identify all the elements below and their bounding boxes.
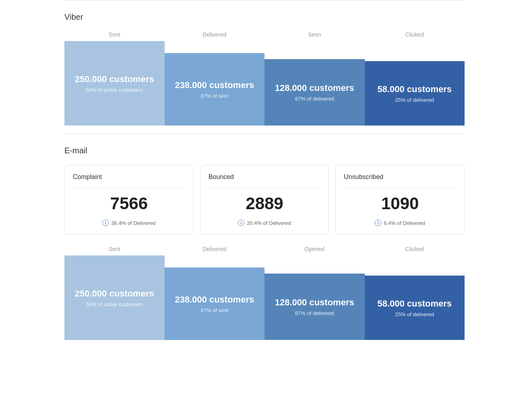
viber-bar-sent: 250.000 customers 50% of active customer… xyxy=(64,41,165,126)
viber-delivered-value: 238.000 customers xyxy=(175,80,254,91)
viber-bar-clicked: 58.000 customers 25% of delivered xyxy=(365,61,465,126)
email-opened-pct: 87% of delivered xyxy=(295,310,334,316)
viber-labels: Sent Delivered Seen Clicked xyxy=(64,31,465,38)
email-section: E-mail Complaint 7566 i 36.4% of Deliver… xyxy=(64,134,465,348)
bounced-info-icon: i xyxy=(238,220,244,226)
viber-bar-delivered: 238.000 customers 87% of sent xyxy=(165,53,265,126)
email-delivered-value: 238.000 customers xyxy=(175,294,254,305)
complaint-value: 7566 xyxy=(73,194,185,213)
complaint-card-title: Complaint xyxy=(73,173,185,181)
unsubscribed-pct: i 6.4% of Delivered xyxy=(344,220,456,226)
email-label-opened: Opened xyxy=(264,246,365,252)
email-funnel: 250.000 customers 50% of active customer… xyxy=(64,255,465,340)
viber-sent-value: 250.000 customers xyxy=(75,74,154,84)
email-bar-sent: 250.000 customers 50% of active customer… xyxy=(64,255,165,340)
unsubscribed-card: Unsubscribed 1090 i 6.4% of Delivered xyxy=(335,165,465,235)
bounced-pct-label: 20.4% of Delivered xyxy=(247,220,291,226)
viber-label-seen: Seen xyxy=(264,31,365,38)
email-sent-pct: 50% of active customers xyxy=(86,301,143,307)
bounced-pct: i 20.4% of Delivered xyxy=(209,220,321,226)
bounced-card: Bounced 2889 i 20.4% of Delivered xyxy=(200,165,329,235)
email-delivered-pct: 87% of sent xyxy=(200,307,228,313)
unsubscribed-info-icon: i xyxy=(375,220,381,226)
viber-bar-seen: 128.000 customers 87% of delivered xyxy=(264,59,365,126)
viber-delivered-pct: 87% of sent xyxy=(200,93,228,99)
bounced-card-title: Bounced xyxy=(209,173,321,181)
email-bar-clicked: 58.000 customers 25% of delivered xyxy=(365,276,465,340)
viber-funnel: 250.000 customers 50% of active customer… xyxy=(64,41,465,126)
email-clicked-value: 58.000 customers xyxy=(377,299,452,309)
viber-sent-pct: 50% of active customers xyxy=(86,87,143,93)
email-bar-delivered: 238.000 customers 87% of sent xyxy=(165,268,265,340)
viber-seen-pct: 87% of delivered xyxy=(295,96,334,102)
viber-seen-value: 128.000 customers xyxy=(275,83,354,93)
bounced-divider xyxy=(209,187,321,187)
complaint-info-icon: i xyxy=(102,220,109,226)
email-cards-container: Complaint 7566 i 36.4% of Delivered Boun… xyxy=(64,165,465,235)
unsubscribed-card-title: Unsubscribed xyxy=(344,173,456,181)
viber-label-sent: Sent xyxy=(64,31,165,38)
email-label-sent: Sent xyxy=(64,246,165,252)
unsubscribed-value: 1090 xyxy=(344,194,456,213)
unsubscribed-pct-label: 6.4% of Delivered xyxy=(384,220,425,226)
complaint-pct-label: 36.4% of Delivered xyxy=(111,220,155,226)
complaint-divider xyxy=(73,187,185,187)
unsubscribed-divider xyxy=(344,187,456,187)
viber-label-clicked: Clicked xyxy=(365,31,465,38)
viber-title: Viber xyxy=(64,12,465,22)
complaint-card: Complaint 7566 i 36.4% of Delivered xyxy=(64,165,194,235)
viber-section: Viber Sent Delivered Seen Clicked 250.00… xyxy=(64,0,465,134)
complaint-pct: i 36.4% of Delivered xyxy=(73,220,185,226)
email-label-clicked: Clicked xyxy=(365,246,465,252)
email-labels: Sent Delivered Opened Clicked xyxy=(64,246,465,252)
viber-label-delivered: Delivered xyxy=(165,31,265,38)
email-title: E-mail xyxy=(64,146,465,155)
bounced-value: 2889 xyxy=(209,194,321,213)
viber-clicked-pct: 25% of delivered xyxy=(395,97,434,103)
viber-clicked-value: 58.000 customers xyxy=(377,84,452,95)
email-sent-value: 250.000 customers xyxy=(75,288,154,299)
email-clicked-pct: 25% of delivered xyxy=(395,311,434,317)
email-opened-value: 128.000 customers xyxy=(275,297,354,308)
email-label-delivered: Delivered xyxy=(165,246,265,252)
email-bar-opened: 128.000 customers 87% of delivered xyxy=(264,274,365,340)
